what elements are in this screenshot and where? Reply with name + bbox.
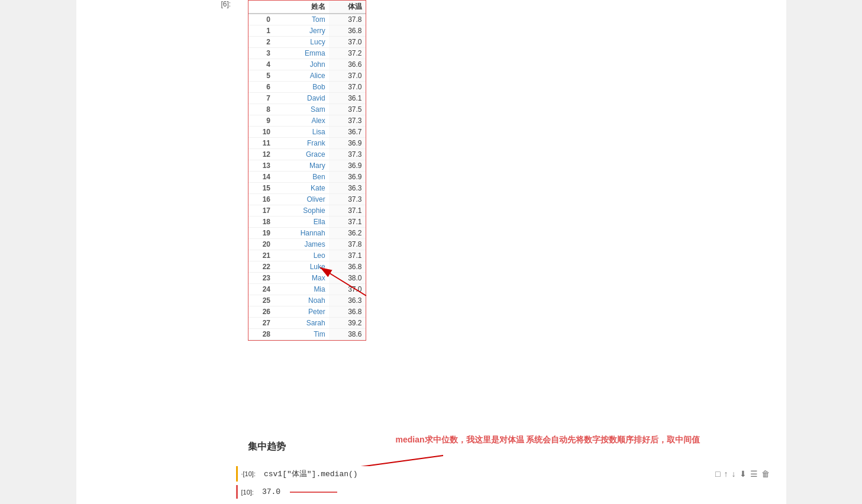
output-value: 37.0 — [257, 485, 285, 499]
cell-name: Emma — [274, 48, 329, 59]
cell-name: Lucy — [274, 37, 329, 48]
cell-temp: 37.5 — [329, 104, 366, 115]
cell-index: 26 — [248, 306, 275, 318]
table-row: 19Hannah36.2 — [248, 228, 366, 239]
move-up-icon[interactable]: ↑ — [724, 469, 728, 479]
cell-temp: 37.0 — [329, 70, 366, 82]
cell-index: 10 — [248, 127, 275, 138]
move-down-icon[interactable]: ↓ — [732, 469, 736, 479]
cell-name: Kate — [274, 183, 329, 194]
cell-index: 3 — [248, 48, 275, 59]
cell-name: Peter — [274, 306, 329, 318]
cell-temp: 36.8 — [329, 306, 366, 318]
annotation-text: median求中位数，我这里是对体温 系统会自动先将数字按数顺序排好后，取中间值 — [396, 435, 700, 445]
cell-name: Grace — [274, 149, 329, 160]
menu-icon[interactable]: ☰ — [750, 469, 758, 479]
table-row: 7David36.1 — [248, 93, 366, 104]
cell-index: 21 — [248, 250, 275, 261]
page: [6]: 姓名 体温 0Tom37.81Jerry36.82Lucy37.03E… — [0, 0, 862, 504]
copy-icon[interactable]: □ — [715, 469, 720, 479]
table-row: 22Luke36.8 — [248, 261, 366, 273]
cell-name: Sarah — [274, 318, 329, 329]
cell-index: 20 — [248, 239, 275, 250]
cell-index: 17 — [248, 205, 275, 217]
cell-index: 25 — [248, 295, 275, 306]
download-icon[interactable]: ⬇ — [740, 469, 747, 479]
cell-name: Sophie — [274, 205, 329, 217]
table-row: 24Mia37.0 — [248, 284, 366, 295]
content-area: [6]: 姓名 体温 0Tom37.81Jerry36.82Lucy37.03E… — [76, 0, 786, 504]
cell-temp: 37.1 — [329, 217, 366, 228]
table-row: 23Max38.0 — [248, 273, 366, 284]
cell-in-label: ·[10]: — [238, 469, 259, 479]
cell-label: [6]: — [221, 0, 231, 8]
cell-index: 6 — [248, 82, 275, 93]
table-row: 20James37.8 — [248, 239, 366, 250]
cell-temp: 36.3 — [329, 183, 366, 194]
cell-name: Jerry — [274, 25, 329, 37]
output-label: [10]: — [238, 487, 257, 497]
cell-temp: 37.8 — [329, 14, 366, 25]
cell-name: Ben — [274, 172, 329, 183]
cell-temp: 36.6 — [329, 59, 366, 70]
table-row: 6Bob37.0 — [248, 82, 366, 93]
cell-index: 12 — [248, 149, 275, 160]
cell-index: 24 — [248, 284, 275, 295]
cell-temp: 37.3 — [329, 149, 366, 160]
cell-index: 11 — [248, 138, 275, 149]
table-row: 13Mary36.9 — [248, 160, 366, 172]
table-row: 0Tom37.8 — [248, 14, 366, 25]
cell-name: Alex — [274, 115, 329, 127]
cell-temp: 38.6 — [329, 329, 366, 340]
cell-temp: 36.1 — [329, 93, 366, 104]
cell-temp: 37.2 — [329, 48, 366, 59]
cell-temp: 37.0 — [329, 82, 366, 93]
cell-index: 0 — [248, 14, 275, 25]
cell-index: 4 — [248, 59, 275, 70]
col-header-name: 姓名 — [274, 1, 329, 14]
cell-temp: 38.0 — [329, 273, 366, 284]
code-cell-10: ·[10]: csv1["体温"].median() □ ↑ ↓ ⬇ ☰ 🗑 — [236, 466, 774, 482]
dataframe-table-container: 姓名 体温 0Tom37.81Jerry36.82Lucy37.03Emma37… — [248, 0, 366, 341]
cell-code-content[interactable]: csv1["体温"].median() — [259, 466, 711, 482]
table-row: 1Jerry36.8 — [248, 25, 366, 37]
cell-name: Sam — [274, 104, 329, 115]
cell-name: Luke — [274, 261, 329, 273]
cell-name: Mia — [274, 284, 329, 295]
cell-index: 5 — [248, 70, 275, 82]
cell-index: 16 — [248, 194, 275, 205]
cell-index: 13 — [248, 160, 275, 172]
table-header-row: 姓名 体温 — [248, 1, 366, 14]
cell-name: Hannah — [274, 228, 329, 239]
cell-name: Ella — [274, 217, 329, 228]
cell-index: 1 — [248, 25, 275, 37]
cell-temp: 39.2 — [329, 318, 366, 329]
delete-icon[interactable]: 🗑 — [761, 469, 770, 479]
table-row: 27Sarah39.2 — [248, 318, 366, 329]
cell-index: 27 — [248, 318, 275, 329]
cell-temp: 36.3 — [329, 295, 366, 306]
cell-index: 15 — [248, 183, 275, 194]
cell-temp: 37.0 — [329, 284, 366, 295]
cell-name: James — [274, 239, 329, 250]
cell-name: Lisa — [274, 127, 329, 138]
cell-temp: 36.2 — [329, 228, 366, 239]
cell-name: John — [274, 59, 329, 70]
table-row: 17Sophie37.1 — [248, 205, 366, 217]
cell-index: 8 — [248, 104, 275, 115]
table-row: 3Emma37.2 — [248, 48, 366, 59]
table-row: 16Oliver37.3 — [248, 194, 366, 205]
table-row: 15Kate36.3 — [248, 183, 366, 194]
cell-temp: 36.9 — [329, 172, 366, 183]
table-row: 8Sam37.5 — [248, 104, 366, 115]
cell-index: 22 — [248, 261, 275, 273]
cell-name: Leo — [274, 250, 329, 261]
table-row: 21Leo37.1 — [248, 250, 366, 261]
cell-name: David — [274, 93, 329, 104]
cell-temp: 36.9 — [329, 138, 366, 149]
cell-index: 7 — [248, 93, 275, 104]
table-row: 12Grace37.3 — [248, 149, 366, 160]
table-row: 18Ella37.1 — [248, 217, 366, 228]
cell-index: 19 — [248, 228, 275, 239]
cell-temp: 36.7 — [329, 127, 366, 138]
